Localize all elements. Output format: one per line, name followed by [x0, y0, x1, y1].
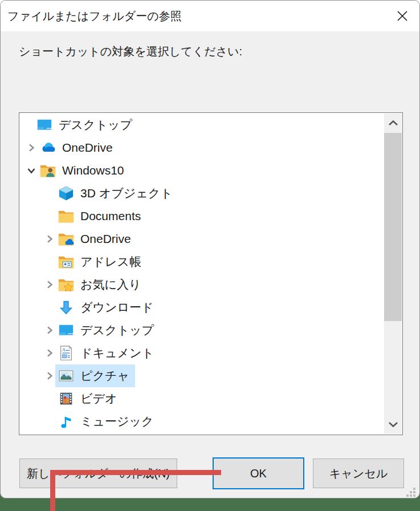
tree-item-content[interactable]: Windows10: [37, 159, 130, 182]
contacts-folder-icon: [58, 253, 75, 270]
tree-item-label: ミュージック: [80, 413, 153, 429]
desktop-icon: [36, 116, 53, 133]
tree-item[interactable]: お気に入り: [20, 273, 384, 296]
tree-item-content[interactable]: お気に入り: [55, 273, 146, 296]
tree-item[interactable]: 3D オブジェクト: [20, 182, 384, 205]
tree-item[interactable]: A ドキュメント: [20, 342, 384, 364]
dialog-title: ファイルまたはフォルダーの参照: [7, 9, 182, 24]
favorites-folder-icon: [58, 276, 75, 293]
tree-item-content[interactable]: Documents: [55, 205, 146, 228]
tree-item-content[interactable]: アドレス帳: [55, 250, 147, 273]
tree-item-label: OneDrive: [62, 141, 113, 155]
tree-item-label: ピクチャ: [80, 368, 129, 384]
tree-scrollbar[interactable]: [384, 113, 402, 434]
tree-item[interactable]: ダウンロード: [20, 296, 384, 319]
videos-icon: [58, 390, 75, 407]
tree-item-content[interactable]: OneDrive: [37, 136, 119, 159]
pictures-icon: [58, 367, 75, 384]
tree-item[interactable]: OneDrive: [20, 228, 384, 250]
tree-item-content[interactable]: デスクトップ: [34, 113, 138, 136]
user-folder-icon: [39, 162, 56, 179]
resize-grip-icon[interactable]: [405, 485, 418, 498]
desktop-icon: [58, 322, 75, 339]
tree-item-content[interactable]: ダウンロード: [55, 296, 159, 319]
folder-icon: [58, 208, 75, 225]
onedrive-folder-icon: [58, 230, 75, 248]
tree-item-label: デスクトップ: [80, 322, 154, 338]
tree-item[interactable]: デスクトップ: [20, 319, 384, 342]
tree-item-label: お気に入り: [80, 277, 141, 293]
tree-item[interactable]: アドレス帳: [20, 250, 384, 273]
ok-button[interactable]: OK: [213, 457, 304, 489]
scroll-down-button[interactable]: [384, 415, 402, 434]
tree-item[interactable]: OneDrive: [20, 136, 384, 159]
tree-item-label: ドキュメント: [80, 345, 154, 361]
tree-item-content[interactable]: デスクトップ: [55, 319, 160, 342]
tree-item[interactable]: ピクチャ: [20, 364, 384, 387]
close-icon[interactable]: [392, 6, 413, 26]
browse-dialog-window: ファイルまたはフォルダーの参照 ショートカットの対象を選択してください: デスク…: [0, 0, 420, 498]
svg-text:A: A: [62, 347, 66, 352]
downloads-icon: [58, 299, 75, 316]
annotation-line-vertical: [50, 470, 55, 511]
tree-rows: デスクトップ OneDrive Windows10 3D オブジェクト Docu…: [20, 113, 384, 434]
folder-tree[interactable]: デスクトップ OneDrive Windows10 3D オブジェクト Docu…: [19, 112, 403, 435]
tree-item[interactable]: ミュージック: [20, 410, 384, 433]
instruction-label: ショートカットの対象を選択してください:: [19, 44, 242, 59]
tree-item-content[interactable]: A ドキュメント: [55, 342, 160, 364]
tree-item-label: ダウンロード: [80, 299, 153, 315]
tree-item-content[interactable]: ピクチャ: [55, 364, 135, 387]
tree-item[interactable]: Documents: [20, 205, 384, 228]
tree-item-label: OneDrive: [80, 232, 131, 246]
tree-item-content[interactable]: OneDrive: [55, 228, 137, 250]
onedrive-cloud-icon: [39, 139, 56, 156]
annotation-line-horizontal: [50, 470, 221, 475]
tree-item-content[interactable]: ビデオ: [55, 387, 123, 410]
tree-item-label: Windows10: [62, 164, 124, 177]
cancel-button[interactable]: キャンセル: [313, 459, 404, 488]
tree-item-label: ビデオ: [80, 391, 117, 407]
tree-item[interactable]: ビデオ: [20, 387, 384, 410]
tree-item-label: Documents: [80, 209, 141, 223]
tree-item-content[interactable]: 3D オブジェクト: [55, 182, 178, 205]
tree-item[interactable]: デスクトップ: [20, 113, 384, 136]
3d-objects-icon: [58, 185, 75, 202]
tree-item-label: デスクトップ: [59, 117, 132, 133]
tree-item-label: アドレス帳: [80, 254, 141, 270]
scroll-up-button[interactable]: [384, 113, 402, 133]
documents-icon: A: [58, 344, 75, 362]
tree-item-label: 3D オブジェクト: [80, 185, 173, 201]
titlebar[interactable]: ファイルまたはフォルダーの参照: [1, 1, 419, 31]
tree-item-content[interactable]: ミュージック: [55, 410, 159, 433]
music-icon: [58, 413, 75, 430]
scrollbar-thumb[interactable]: [384, 133, 402, 321]
tree-item[interactable]: Windows10: [20, 159, 384, 182]
